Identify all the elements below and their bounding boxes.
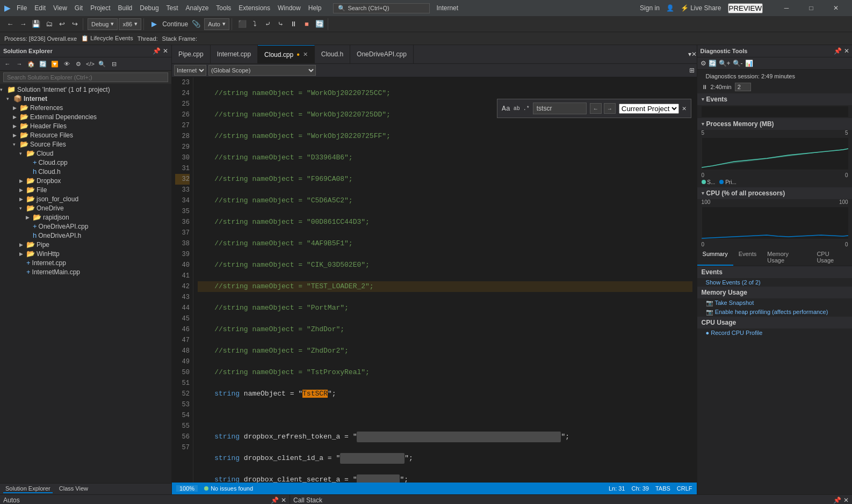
step-into-button[interactable]: ⤶ (262, 18, 274, 30)
tab-cloud-h[interactable]: Cloud.h (315, 45, 350, 64)
menu-analyze[interactable]: Analyze (186, 4, 209, 12)
menu-view[interactable]: View (53, 4, 67, 12)
se-file[interactable]: ▶ 📂 File (0, 185, 171, 194)
memory-sub-header[interactable]: Memory Usage (697, 287, 852, 298)
se-json-cloud[interactable]: ▶ 📂 json_for_cloud (0, 194, 171, 203)
se-rapidjson[interactable]: ▶ 📂 rapidjson (0, 213, 171, 222)
se-close-button[interactable]: ✕ (163, 47, 168, 55)
attach-dropdown[interactable]: Auto ▾ (204, 18, 229, 30)
se-code-view-button[interactable]: </> (85, 59, 96, 69)
se-onedrive[interactable]: ▾ 📂 OneDrive (0, 203, 171, 213)
split-editor-button[interactable]: ⊞ (689, 67, 695, 74)
menu-tools[interactable]: Tools (216, 4, 231, 12)
tab-pipe-cpp[interactable]: Pipe.cpp (172, 45, 211, 64)
diag-tab-summary[interactable]: Summary (697, 249, 733, 266)
toolbar-save-button[interactable]: 💾 (30, 18, 42, 30)
se-collapse-button[interactable]: ⊟ (109, 59, 119, 69)
se-search-button[interactable]: 🔍 (97, 59, 107, 69)
se-search-input[interactable] (3, 72, 168, 82)
pause-button[interactable]: ⏸ (288, 18, 300, 30)
se-references[interactable]: ▶ 📂 References (0, 103, 171, 112)
breakpoint-button[interactable]: ⬛ (236, 18, 248, 30)
debug-config-dropdown[interactable]: Debug ▾ (88, 18, 118, 30)
tab-cloud-cpp[interactable]: Cloud.cpp • ✕ (258, 45, 315, 64)
minimize-button[interactable]: ─ (775, 0, 798, 16)
cpu-section-header[interactable]: ▾ CPU (% of all processors) (697, 187, 852, 199)
menu-build[interactable]: Build (118, 4, 133, 12)
menu-test[interactable]: Test (167, 4, 178, 12)
diag-pin-button[interactable]: 📌 (834, 47, 842, 55)
diag-chart-button[interactable]: 📊 (745, 60, 753, 67)
toolbar-redo-button[interactable]: ↪ (69, 18, 81, 30)
solution-item[interactable]: ▾ 📁 Solution 'Internet' (1 of 1 project) (0, 85, 171, 94)
toolbar-save-all-button[interactable]: 🗂 (43, 18, 55, 30)
diag-refresh-button[interactable]: 🔄 (709, 60, 717, 67)
tab-onedrive-api-cpp[interactable]: OneDriveAPI.cpp (350, 45, 414, 64)
se-internetmain-cpp[interactable]: ▶ + InternetMain.cpp (0, 267, 171, 276)
zoom-level[interactable]: 100% (176, 485, 198, 492)
scope-dropdown[interactable]: (Global Scope) (208, 65, 316, 76)
menu-debug[interactable]: Debug (140, 4, 158, 12)
toolbar-back-button[interactable]: ← (4, 18, 16, 30)
se-pin-button[interactable]: 📌 (153, 47, 161, 55)
signin-button[interactable]: Sign in (640, 4, 660, 12)
search-scope-dropdown[interactable]: Current Project (619, 104, 679, 114)
se-tab-class-view[interactable]: Class View (57, 485, 90, 493)
cs-close-button[interactable]: ✕ (843, 496, 849, 504)
diag-tab-memory[interactable]: Memory Usage (762, 249, 811, 266)
se-show-all-button[interactable]: 👁 (61, 59, 72, 69)
se-winhttp[interactable]: ▶ 📂 WinHttp (0, 249, 171, 258)
restart-button[interactable]: 🔄 (314, 18, 326, 30)
autos-pin-button[interactable]: 📌 (271, 496, 279, 504)
menu-file[interactable]: File (17, 4, 27, 12)
menu-project[interactable]: Project (90, 4, 110, 12)
se-source-files[interactable]: ▾ 📂 Source Files (0, 140, 171, 149)
diag-settings-button[interactable]: ⚙ (701, 60, 706, 67)
preview-button[interactable]: PREVIEW (728, 3, 763, 13)
code-content[interactable]: //string nameObject = "WorkObj20220725CC… (193, 77, 697, 483)
se-cloud-cpp[interactable]: ▶ + Cloud.cpp (0, 158, 171, 167)
se-external-deps[interactable]: ▶ 📂 External Dependencies (0, 112, 171, 121)
stop-button[interactable]: ■ (301, 18, 313, 30)
menu-extensions[interactable]: Extensions (239, 4, 270, 12)
toolbar-undo-button[interactable]: ↩ (56, 18, 68, 30)
cpu-sub-header[interactable]: CPU Usage (697, 317, 852, 328)
se-filter-button[interactable]: 🔽 (49, 59, 60, 69)
se-sync-button[interactable]: 🔄 (38, 59, 48, 69)
tab-close-icon[interactable]: ✕ (303, 51, 308, 58)
memory-section-header[interactable]: ▾ Process Memory (MB) (697, 118, 852, 130)
menu-window[interactable]: Window (278, 4, 301, 12)
maximize-button[interactable]: □ (799, 0, 823, 16)
se-pipe[interactable]: ▶ 📂 Pipe (0, 240, 171, 249)
diag-close-button[interactable]: ✕ (844, 47, 849, 55)
se-tab-solution-explorer[interactable]: Solution Explorer (3, 485, 53, 493)
arch-dropdown[interactable]: x86 ▾ (119, 18, 141, 30)
enable-heap-link[interactable]: 📷 Enable heap profiling (affects perform… (697, 308, 852, 317)
global-search-box[interactable]: 🔍 Search (Ctrl+Q) (333, 3, 430, 13)
se-header-files[interactable]: ▶ 📂 Header Files (0, 121, 171, 130)
se-back-button[interactable]: ← (2, 59, 13, 69)
se-cloud-h[interactable]: ▶ h Cloud.h (0, 167, 171, 176)
timer-input[interactable] (735, 83, 751, 91)
se-onedrive-api-h[interactable]: ▶ h OneDriveAPI.h (0, 231, 171, 240)
tab-internet-cpp[interactable]: Internet.cpp (211, 45, 258, 64)
se-forward-button[interactable]: → (14, 59, 25, 69)
take-snapshot-link[interactable]: 📷 Take Snapshot (697, 298, 852, 308)
project-item[interactable]: ▾ 📦 Internet (0, 94, 171, 103)
live-share-button[interactable]: ⚡ Live Share (681, 4, 721, 12)
search-overlay-input[interactable] (533, 103, 587, 114)
se-internet-cpp[interactable]: ▶ + Internet.cpp (0, 258, 171, 267)
autos-close-button[interactable]: ✕ (281, 496, 286, 504)
se-dropbox[interactable]: ▶ 📂 Dropbox (0, 176, 171, 185)
search-next-button[interactable]: → (604, 103, 616, 114)
record-cpu-link[interactable]: ● Record CPU Profile (697, 328, 852, 337)
close-button[interactable]: ✕ (824, 0, 848, 16)
se-onedrive-api-cpp[interactable]: ▶ + OneDriveAPI.cpp (0, 222, 171, 231)
cs-pin-button[interactable]: 📌 (833, 496, 841, 504)
timer-pause-icon[interactable]: ⏸ (702, 84, 707, 90)
diag-zoom-in-button[interactable]: 🔍+ (719, 60, 731, 67)
diag-zoom-out-button[interactable]: 🔍- (733, 60, 743, 67)
show-events-link[interactable]: Show Events (2 of 2) (697, 278, 852, 287)
attach-button[interactable]: 📎 (190, 18, 202, 30)
diag-tab-cpu[interactable]: CPU Usage (811, 249, 852, 266)
